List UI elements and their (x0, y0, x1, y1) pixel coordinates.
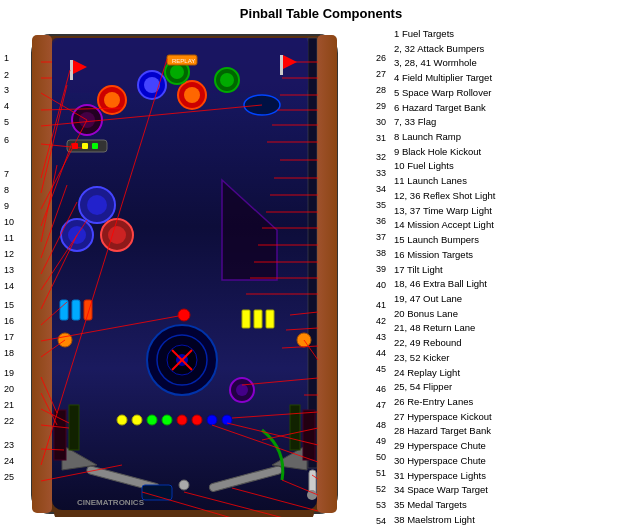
component-item-3: 3, 28, 41 Wormhole (394, 56, 596, 71)
component-item-26: 26 Re-Entry Lanes (394, 395, 596, 410)
svg-point-50 (177, 415, 187, 425)
num-21: 21 (4, 400, 14, 410)
svg-rect-59 (69, 405, 79, 450)
num-4: 4 (4, 101, 9, 111)
svg-point-48 (147, 415, 157, 425)
page-container: Pinball Table Components 1 2 3 4 5 6 7 8… (0, 0, 642, 525)
num-2: 2 (4, 70, 9, 80)
svg-point-67 (307, 490, 317, 500)
num-22: 22 (4, 416, 14, 426)
component-item-5: 5 Space Warp Rollover (394, 86, 596, 101)
component-item-16: 16 Mission Targets (394, 248, 596, 263)
component-item-9: 9 Black Hole Kickout (394, 145, 596, 160)
num-46: 46 (376, 384, 386, 394)
num-14: 14 (4, 281, 14, 291)
page-title: Pinball Table Components (0, 0, 642, 25)
component-item-27: 27 Hyperspace Kickout (394, 410, 596, 425)
svg-rect-60 (290, 405, 300, 450)
svg-point-16 (220, 73, 234, 87)
component-item-14: 14 Mission Accept Light (394, 218, 596, 233)
svg-rect-2 (317, 35, 337, 513)
num-11: 11 (4, 233, 14, 243)
num-28: 28 (376, 85, 386, 95)
svg-rect-35 (72, 300, 80, 320)
num-45: 45 (376, 364, 386, 374)
svg-point-51 (192, 415, 202, 425)
num-37: 37 (376, 232, 386, 242)
image-area: 1 2 3 4 5 6 7 8 9 10 11 12 13 14 15 16 1 (0, 25, 390, 522)
svg-point-49 (162, 415, 172, 425)
svg-rect-5 (308, 38, 317, 468)
component-item-8: 8 Launch Ramp (394, 130, 596, 145)
svg-text:REPLAY: REPLAY (172, 58, 195, 64)
num-30: 30 (376, 117, 386, 127)
num-3: 3 (4, 85, 9, 95)
svg-point-52 (207, 415, 217, 425)
component-item-11: 11 Launch Lanes (394, 174, 596, 189)
num-7: 7 (4, 169, 9, 179)
num-33: 33 (376, 168, 386, 178)
component-item-22: 22, 49 Rebound (394, 336, 596, 351)
num-49: 49 (376, 436, 386, 446)
svg-point-14 (170, 65, 184, 79)
num-36: 36 (376, 216, 386, 226)
component-item-29: 29 Hyperspace Chute (394, 439, 596, 454)
num-25: 25 (4, 472, 14, 482)
svg-rect-27 (92, 143, 98, 149)
num-31: 31 (376, 133, 386, 143)
num-12: 12 (4, 249, 14, 259)
num-43: 43 (376, 332, 386, 342)
component-item-20: 20 Bonus Lane (394, 307, 596, 322)
component-list: 1 Fuel Targets 2, 32 Attack Bumpers 3, 2… (390, 25, 600, 522)
num-29: 29 (376, 101, 386, 111)
num-47: 47 (376, 400, 386, 410)
pinball-svg: REPLAY (22, 30, 367, 517)
num-23: 23 (4, 440, 14, 450)
component-item-31: 31 Hyperspace Lights (394, 469, 596, 484)
component-item-4: 4 Field Multiplier Target (394, 71, 596, 86)
svg-point-8 (104, 92, 120, 108)
left-numbers: 1 2 3 4 5 6 7 8 9 10 11 12 13 14 15 16 1 (2, 25, 22, 522)
component-item-7: 7, 33 Flag (394, 115, 596, 130)
svg-rect-68 (142, 485, 172, 500)
num-32: 32 (376, 152, 386, 162)
num-53: 53 (376, 500, 386, 510)
num-19: 19 (4, 368, 14, 378)
svg-rect-44 (254, 310, 262, 328)
num-42: 42 (376, 316, 386, 326)
num-16: 16 (4, 316, 14, 326)
svg-point-29 (87, 195, 107, 215)
component-item-1: 1 Fuel Targets (394, 27, 596, 42)
svg-rect-26 (82, 143, 88, 149)
num-44: 44 (376, 348, 386, 358)
num-5: 5 (4, 117, 9, 127)
right-numbers: 26 27 28 29 30 31 32 33 34 35 36 37 38 3… (368, 25, 388, 522)
num-52: 52 (376, 484, 386, 494)
component-item-35: 35 Medal Targets (394, 498, 596, 513)
svg-rect-43 (242, 310, 250, 328)
svg-point-47 (132, 415, 142, 425)
component-item-38: 38 Maelstrom Light (394, 513, 596, 525)
component-item-13: 13, 37 Time Warp Light (394, 204, 596, 219)
component-item-25: 25, 54 Flipper (394, 380, 596, 395)
num-38: 38 (376, 248, 386, 258)
svg-point-12 (184, 87, 200, 103)
component-item-30: 30 Hyperspace Chute (394, 454, 596, 469)
num-8: 8 (4, 185, 9, 195)
num-39: 39 (376, 264, 386, 274)
num-24: 24 (4, 456, 14, 466)
svg-point-56 (179, 480, 189, 490)
num-54: 54 (376, 516, 386, 525)
num-41: 41 (376, 300, 386, 310)
svg-point-46 (117, 415, 127, 425)
num-35: 35 (376, 200, 386, 210)
num-10: 10 (4, 217, 14, 227)
component-item-18: 18, 46 Extra Ball Light (394, 277, 596, 292)
pinball-table: REPLAY (22, 30, 367, 517)
component-item-10: 10 Fuel Lights (394, 159, 596, 174)
component-item-12: 12, 36 Reflex Shot Light (394, 189, 596, 204)
num-17: 17 (4, 332, 14, 342)
svg-rect-45 (266, 310, 274, 328)
svg-rect-58 (303, 410, 315, 460)
svg-rect-17 (70, 60, 73, 80)
